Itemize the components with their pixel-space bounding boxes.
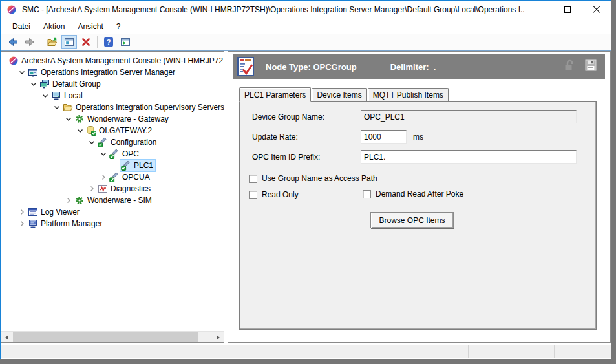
opc-item-id-prefix-field[interactable] [361, 150, 577, 164]
pencil-check-icon [121, 160, 131, 171]
chevron-right-icon[interactable] [63, 195, 74, 206]
server-manager-icon [28, 67, 38, 78]
tree-item-archestra-system-management-console-win-lhmrjp72tsh[interactable]: ArchestrA System Management Console (WIN… [1, 55, 224, 67]
gear-icon [74, 195, 85, 206]
tree-item-label: Log Viewer [41, 208, 80, 217]
console-tree: ArchestrA System Management Console (WIN… [1, 52, 224, 331]
chevron-down-icon[interactable] [28, 79, 39, 89]
computer-group-icon [39, 79, 50, 89]
diagnostics-icon [98, 184, 108, 194]
tab-plc1-parameters[interactable]: PLC1 Parameters [239, 87, 311, 102]
tree-item-label: Default Group [52, 80, 101, 89]
tree-item-opc[interactable]: OPC [1, 148, 224, 160]
log-viewer-icon [28, 207, 38, 217]
browse-opc-items-button[interactable]: Browse OPC Items [370, 212, 454, 228]
forward-arrow-icon [24, 36, 36, 48]
scrollbar-thumb[interactable] [13, 332, 198, 343]
update-rate-field[interactable] [361, 130, 407, 144]
help-button[interactable]: ? [101, 35, 116, 49]
chevron-down-icon[interactable] [75, 125, 85, 136]
use-group-name-label: Use Group Name as Access Path [262, 174, 377, 183]
status-bar [1, 345, 611, 358]
tree-item-label: OI.GATEWAY.2 [99, 126, 152, 135]
chevron-right-icon[interactable] [87, 184, 97, 194]
tree-item-wonderware-sim[interactable]: Wonderware - SIM [1, 195, 224, 206]
minimize-button[interactable] [524, 1, 553, 19]
use-group-name-checkbox[interactable] [249, 175, 257, 183]
update-rate-label: Update Rate: [252, 133, 298, 142]
delete-x-icon [80, 36, 92, 48]
chevron-down-icon[interactable] [17, 67, 27, 78]
menu-datei[interactable]: Datei [6, 20, 37, 33]
menu-help[interactable]: ? [110, 20, 127, 33]
chevron-right-icon[interactable] [98, 172, 109, 182]
save-icon[interactable] [584, 59, 597, 74]
platform-icon [28, 219, 38, 229]
title-bar[interactable]: SMC - [ArchestrA System Management Conso… [1, 1, 611, 19]
chevron-down-icon[interactable] [87, 137, 97, 147]
chevron-right-icon[interactable] [17, 219, 27, 229]
update-rate-unit: ms [413, 133, 423, 142]
chevron-down-icon[interactable] [98, 149, 109, 159]
pane-splitter[interactable] [224, 51, 228, 343]
demand-read-checkbox[interactable] [363, 190, 371, 198]
menu-ansicht[interactable]: Ansicht [71, 20, 109, 33]
read-only-checkbox-row[interactable]: Read Only [249, 190, 299, 199]
delimiter-value: . [434, 62, 436, 72]
show-console-tree-button[interactable] [61, 35, 77, 49]
export-folder-icon [47, 36, 58, 48]
svg-text:?: ? [107, 38, 111, 46]
back-arrow-icon [7, 36, 19, 48]
demand-read-checkbox-row[interactable]: Demand Read After Poke [363, 189, 463, 198]
db-check-icon [86, 125, 96, 136]
tree-item-operations-integration-supervisory-servers[interactable]: Operations Integration Supervisory Serve… [1, 102, 224, 113]
tree-item-local[interactable]: Local [1, 90, 224, 102]
chevron-down-icon[interactable] [52, 102, 62, 112]
tree-item-platform-manager[interactable]: Platform Manager [1, 218, 224, 230]
tree-item-label: Local [64, 91, 83, 100]
tree-item-label: Configuration [111, 138, 156, 147]
node-type-text: Node Type: OPCGroup Delimiter: . [266, 62, 436, 72]
new-window-button[interactable] [118, 35, 133, 49]
read-only-checkbox[interactable] [249, 191, 257, 199]
unlock-icon[interactable] [564, 59, 577, 74]
status-section-1 [468, 345, 554, 358]
tree-item-diagnostics[interactable]: Diagnostics [1, 183, 224, 195]
delete-button[interactable] [78, 35, 94, 49]
use-group-name-checkbox-row[interactable]: Use Group Name as Access Path [249, 174, 377, 183]
smc-window: SMC - [ArchestrA System Management Conso… [0, 0, 611, 359]
tree-item-operations-integration-server-manager[interactable]: Operations Integration Server Manager [1, 67, 224, 78]
smc-logo-icon [8, 56, 19, 66]
tree-horizontal-scrollbar[interactable] [1, 331, 224, 342]
chevron-down-icon[interactable] [63, 114, 74, 124]
console-window-icon [120, 36, 131, 48]
forward-button[interactable] [22, 35, 37, 49]
tab-mqtt-publish-items[interactable]: MQTT Publish Items [368, 88, 449, 101]
menu-aktion[interactable]: Aktion [37, 20, 71, 33]
gear-icon [74, 114, 85, 124]
computer-icon [51, 91, 61, 101]
status-section-main [1, 345, 468, 358]
tree-item-plc1[interactable]: PLC1 [1, 160, 224, 171]
folder-open-icon [63, 102, 73, 112]
scroll-left-arrow-icon[interactable] [1, 332, 12, 343]
device-group-name-field[interactable] [361, 110, 577, 123]
chevron-right-icon[interactable] [17, 207, 27, 217]
read-only-label: Read Only [262, 190, 299, 199]
tree-item-default-group[interactable]: Default Group [1, 78, 224, 90]
delimiter-label: Delimiter: [390, 62, 429, 72]
tree-item-wonderware-gateway[interactable]: Wonderware - Gateway [1, 113, 224, 125]
chevron-down-icon[interactable] [40, 91, 50, 101]
close-button[interactable] [582, 1, 611, 19]
back-button[interactable] [5, 35, 21, 49]
tree-item-oi-gateway-2[interactable]: OI.GATEWAY.2 [1, 125, 224, 136]
scroll-right-arrow-icon[interactable] [213, 332, 224, 343]
tree-item-opcua[interactable]: OPCUA [1, 171, 224, 183]
export-list-button[interactable] [45, 35, 60, 49]
tab-strip: PLC1 Parameters Device Items MQTT Publis… [239, 87, 597, 101]
console-tree-pane: ArchestrA System Management Console (WIN… [1, 51, 224, 343]
maximize-button[interactable] [553, 1, 582, 19]
tree-item-configuration[interactable]: Configuration [1, 136, 224, 148]
tree-item-log-viewer[interactable]: Log Viewer [1, 206, 224, 218]
tab-device-items[interactable]: Device Items [312, 88, 366, 101]
